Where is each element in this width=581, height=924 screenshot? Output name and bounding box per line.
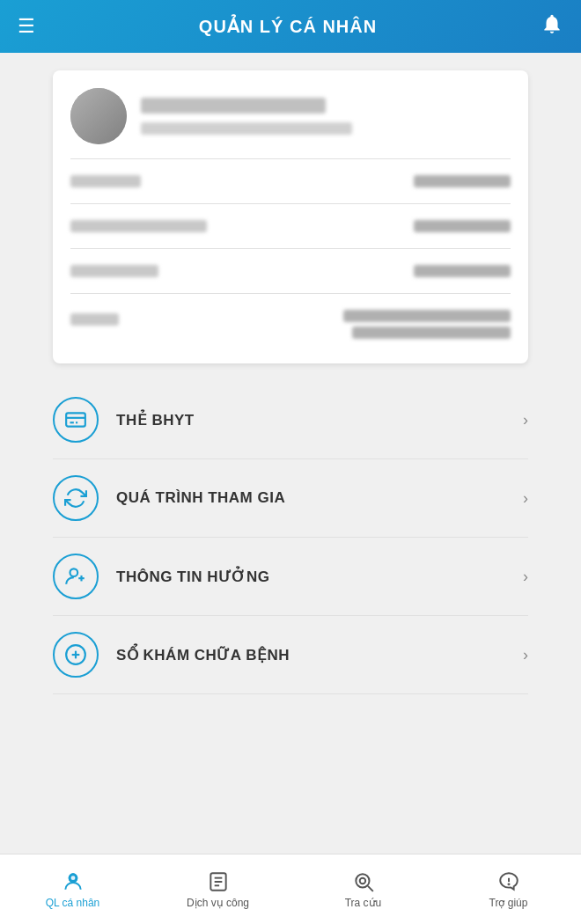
svg-rect-0 — [66, 413, 85, 426]
refresh-icon — [53, 475, 99, 521]
nav-item-tro-giup[interactable]: Trợ giúp — [436, 870, 581, 909]
menu-label-qua-trinh: QUÁ TRÌNH THAM GIA — [116, 489, 523, 507]
profile-card — [53, 70, 528, 363]
profile-label-4 — [70, 313, 119, 326]
divider-2 — [70, 248, 511, 249]
profile-row-2 — [70, 213, 511, 239]
chevron-icon-1: › — [523, 489, 528, 508]
header: ☰ QUẢN LÝ CÁ NHÂN — [0, 0, 581, 53]
tra-cuu-icon — [352, 870, 375, 893]
card-icon — [53, 397, 99, 443]
profile-value-4b — [352, 326, 511, 339]
svg-line-19 — [367, 885, 372, 891]
nav-item-tra-cuu[interactable]: Tra cứu — [290, 870, 436, 909]
divider-1 — [70, 203, 511, 204]
menu-item-thong-tin-huong[interactable]: THÔNG TIN HƯỞNG › — [53, 538, 528, 616]
menu-list: THẺ BHYT › QUÁ TRÌNH THAM GIA › THÔNG TI… — [53, 381, 528, 694]
profile-top — [70, 88, 511, 144]
bottom-nav: QL cá nhân Dịch vụ công Tra cứu Trợ giúp — [0, 854, 581, 924]
nav-label-tra-cuu: Tra cứu — [345, 897, 382, 909]
menu-label-so-kham: SỔ KHÁM CHỮA BỆNH — [116, 646, 523, 664]
profile-id — [141, 122, 352, 135]
chevron-icon-0: › — [523, 411, 528, 429]
profile-value-4a — [343, 310, 511, 322]
profile-row-3 — [70, 258, 511, 284]
header-title: QUẢN LÝ CÁ NHÂN — [199, 16, 377, 37]
menu-item-so-kham-chua-benh[interactable]: SỔ KHÁM CHỮA BỆNH › — [53, 616, 528, 694]
person-plus-icon — [53, 554, 99, 599]
menu-label-the-bhyt: THẺ BHYT — [116, 411, 523, 429]
ql-ca-nhan-icon — [62, 870, 85, 893]
menu-icon[interactable]: ☰ — [18, 17, 35, 36]
nav-item-ql-ca-nhan[interactable]: QL cá nhân — [0, 870, 145, 909]
avatar — [70, 88, 127, 144]
profile-label-1 — [70, 175, 141, 187]
profile-label-3 — [70, 265, 158, 277]
profile-row-1 — [70, 168, 511, 194]
profile-name-block — [141, 98, 352, 135]
bell-icon[interactable] — [541, 12, 563, 40]
nav-label-dich-vu-cong: Dịch vụ công — [187, 897, 249, 909]
profile-value-2 — [414, 220, 511, 232]
svg-point-4 — [70, 568, 78, 576]
menu-item-the-bhyt[interactable]: THẺ BHYT › — [53, 381, 528, 459]
tro-giup-icon — [497, 870, 520, 893]
menu-item-qua-trinh-tham-gia[interactable]: QUÁ TRÌNH THAM GIA › — [53, 459, 528, 538]
profile-name — [141, 98, 326, 114]
nav-label-tro-giup: Trợ giúp — [489, 897, 528, 909]
chevron-icon-2: › — [523, 568, 528, 586]
dich-vu-cong-icon — [207, 870, 230, 893]
profile-label-2 — [70, 220, 207, 232]
svg-point-18 — [356, 874, 369, 887]
profile-row-4 — [70, 303, 511, 346]
divider-3 — [70, 293, 511, 294]
profile-divider — [70, 158, 511, 159]
chevron-icon-3: › — [523, 646, 528, 664]
svg-point-22 — [508, 884, 509, 884]
svg-point-20 — [359, 877, 365, 884]
nav-label-ql-ca-nhan: QL cá nhân — [46, 897, 100, 909]
plus-circle-icon — [53, 632, 99, 678]
nav-item-dich-vu-cong[interactable]: Dịch vụ công — [145, 870, 290, 909]
menu-label-thong-tin: THÔNG TIN HƯỞNG — [116, 568, 523, 586]
profile-value-1 — [414, 175, 511, 187]
profile-value-3 — [414, 265, 511, 277]
